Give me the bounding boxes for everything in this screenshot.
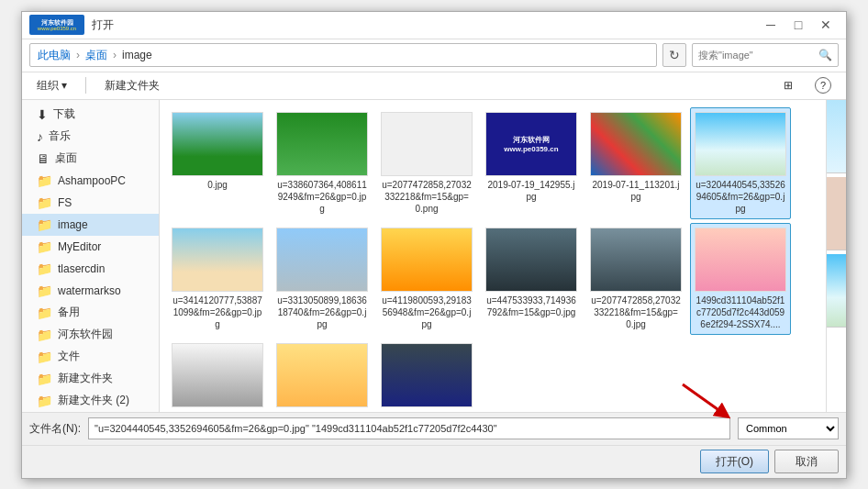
- sidebar-item-backup[interactable]: 📁 备用: [22, 302, 159, 324]
- window-controls: ─ □ ✕: [758, 15, 839, 35]
- thumbnail-image: [695, 112, 786, 176]
- close-button[interactable]: ✕: [813, 15, 839, 35]
- search-input[interactable]: [698, 50, 815, 61]
- right-thumb-1: [827, 100, 846, 173]
- sidebar-item-label: 备用: [58, 305, 80, 320]
- sidebar-item-files[interactable]: 📁 文件: [22, 346, 159, 368]
- sidebar-item-label: 新建文件夹 (2): [58, 393, 129, 408]
- title-bar-left: 河东软件园 www.pe0359.cn 打开: [29, 15, 114, 35]
- sidebar-item-image[interactable]: 📁 image: [22, 214, 159, 236]
- folder-icon: 📁: [37, 195, 52, 210]
- help-button[interactable]: ?: [807, 74, 839, 96]
- sidebar-item-label: 文件: [58, 349, 80, 364]
- breadcrumb[interactable]: 此电脑 › 桌面 › image: [29, 43, 657, 67]
- breadcrumb-part2[interactable]: 桌面: [85, 48, 107, 63]
- sidebar-item-newfolder2[interactable]: 📁 新建文件夹 (2): [22, 390, 159, 412]
- thumbnail-image: 河东软件网www.pe0359.cn: [485, 112, 577, 176]
- breadcrumb-sep1: ›: [76, 49, 80, 61]
- thumbnail-item[interactable]: [272, 339, 373, 412]
- thumbnail-item[interactable]: u=3313050899,1863618740&fm=26&gp=0.jpg: [272, 223, 373, 335]
- sidebar-item-newfolder[interactable]: 📁 新建文件夹: [22, 368, 159, 390]
- thumbnail-label: 2019-07-19_142955.jpg: [485, 179, 577, 203]
- right-thumb-3: [827, 254, 846, 328]
- thumbnail-image: [695, 228, 786, 292]
- filename-label: 文件名(N):: [29, 421, 81, 437]
- title-bar: 河东软件园 www.pe0359.cn 打开 ─ □ ✕: [22, 12, 846, 39]
- content-area[interactable]: 0.jpg u=338607364,4086119249&fm=26&gp=0.…: [160, 100, 826, 412]
- thumbnail-item[interactable]: u=4119800593,2918356948&fm=26&gp=0.jpg: [376, 223, 477, 335]
- cancel-button[interactable]: 取消: [774, 450, 839, 473]
- sidebar-item-label: 河东软件园: [58, 327, 113, 342]
- open-button[interactable]: 打开(O): [700, 450, 769, 473]
- sidebar-item-hd[interactable]: 📁 河东软件园: [22, 324, 159, 346]
- sidebar-item-download[interactable]: ⬇ 下载: [22, 104, 159, 126]
- sidebar-item-fs[interactable]: 📁 FS: [22, 192, 159, 214]
- thumbnail-item[interactable]: 河东软件网www.pe0359.cn 2019-07-19_142955.jpg: [481, 107, 582, 219]
- desktop-icon: 🖥: [37, 151, 50, 166]
- folder-icon: 📁: [37, 239, 52, 254]
- refresh-button[interactable]: ↻: [662, 43, 686, 67]
- thumbnail-item[interactable]: 2019-07-11_113201.jpg: [585, 107, 686, 219]
- sidebar-item-ashampoo[interactable]: 📁 AshampooPC: [22, 170, 159, 192]
- new-folder-button[interactable]: 新建文件夹: [97, 74, 167, 96]
- sidebar-item-tlasercdin[interactable]: 📁 tlasercdin: [22, 258, 159, 280]
- folder-icon: 📁: [37, 350, 52, 364]
- sidebar-item-label: MyEditor: [58, 240, 101, 253]
- thumbnail-label: u=3414120777,538871099&fm=26&gp=0.jpg: [172, 295, 263, 330]
- search-icon: 🔍: [818, 49, 832, 61]
- sidebar-item-label: 下载: [53, 106, 75, 122]
- thumbnail-label: u=2077472858,27032332218&fm=15&gp=0.png: [381, 179, 473, 215]
- thumbnail-item[interactable]: u=447533933,714936792&fm=15&gp=0.jpg: [481, 223, 582, 335]
- toolbar: 组织 ▾ 新建文件夹 ⊞ ?: [22, 72, 846, 100]
- minimize-button[interactable]: ─: [758, 15, 784, 35]
- breadcrumb-part3[interactable]: image: [122, 49, 152, 61]
- thumbnail-image: [172, 343, 263, 407]
- thumbnail-item[interactable]: [376, 339, 477, 412]
- thumbnail-image: [590, 228, 682, 292]
- sidebar-item-label: watermarkso: [58, 284, 121, 297]
- sidebar-item-label: image: [58, 218, 88, 231]
- thumbnail-label: 2019-07-11_113201.jpg: [590, 179, 682, 203]
- sidebar-item-label: 音乐: [49, 128, 71, 144]
- thumbnail-item[interactable]: u=3414120777,538871099&fm=26&gp=0.jpg: [167, 223, 268, 335]
- file-open-dialog: 河东软件园 www.pe0359.cn 打开 ─ □ ✕ 此电脑 › 桌面 › …: [21, 11, 847, 479]
- breadcrumb-part1[interactable]: 此电脑: [38, 48, 71, 63]
- folder-icon: 📁: [37, 372, 52, 386]
- address-bar: 此电脑 › 桌面 › image ↻ 🔍: [22, 39, 846, 72]
- filename-input[interactable]: [88, 417, 730, 439]
- maximize-button[interactable]: □: [785, 15, 811, 35]
- thumbnail-image: [381, 343, 473, 407]
- thumbnail-label: u=3204440545,3352694605&fm=26&gp=0.jpg: [695, 179, 786, 215]
- sidebar-item-music[interactable]: ♪ 音乐: [22, 126, 159, 148]
- folder-icon: 📁: [37, 261, 52, 276]
- thumbnail-image: [276, 228, 368, 292]
- thumbnail-item[interactable]: u=338607364,4086119249&fm=26&gp=0.jpg: [272, 107, 373, 219]
- sidebar-item-myeditor[interactable]: 📁 MyEditor: [22, 236, 159, 258]
- filename-bar: 文件名(N): Common: [22, 412, 846, 445]
- thumbnail-image: [172, 112, 263, 176]
- thumbnail-item[interactable]: u=2077472858,27032332218&fm=15&gp=0.jpg: [585, 223, 686, 335]
- thumbnail-image: [381, 228, 473, 292]
- sidebar-item-watermark[interactable]: 📁 watermarkso: [22, 280, 159, 302]
- toolbar-separator: [85, 77, 86, 94]
- action-bar: 打开(O) 取消: [22, 445, 846, 478]
- sidebar: ⬇ 下载 ♪ 音乐 🖥 桌面 📁 AshampooPC 📁 FS 📁 ima: [22, 100, 160, 412]
- filetype-select[interactable]: Common: [738, 417, 839, 439]
- thumbnail-label: u=338607364,4086119249&fm=26&gp=0.jpg: [276, 179, 368, 215]
- main-area: ⬇ 下载 ♪ 音乐 🖥 桌面 📁 AshampooPC 📁 FS 📁 ima: [22, 100, 846, 412]
- view-icon: ⊞: [784, 79, 793, 92]
- sidebar-item-desktop[interactable]: 🖥 桌面: [22, 148, 159, 170]
- search-box[interactable]: 🔍: [692, 43, 839, 67]
- thumbnail-item[interactable]: u=3204440545,3352694605&fm=26&gp=0.jpg: [690, 107, 791, 219]
- folder-icon: 📁: [37, 217, 52, 232]
- folder-icon: 📁: [37, 306, 52, 320]
- thumbnail-item[interactable]: 0.jpg: [167, 107, 268, 219]
- thumbnail-item[interactable]: u=2077472858,27032332218&fm=15&gp=0.png: [376, 107, 477, 219]
- sidebar-item-label: 桌面: [55, 150, 77, 166]
- thumbnail-label: u=2077472858,27032332218&fm=15&gp=0.jpg: [590, 295, 682, 330]
- thumbnail-item[interactable]: [167, 339, 268, 412]
- view-button[interactable]: ⊞: [776, 74, 800, 96]
- thumbnail-item[interactable]: 1499cd311104ab52f1c77205d7f2c443d0596e2f…: [690, 223, 791, 335]
- organize-button[interactable]: 组织 ▾: [29, 74, 74, 96]
- folder-icon: 📁: [37, 283, 52, 298]
